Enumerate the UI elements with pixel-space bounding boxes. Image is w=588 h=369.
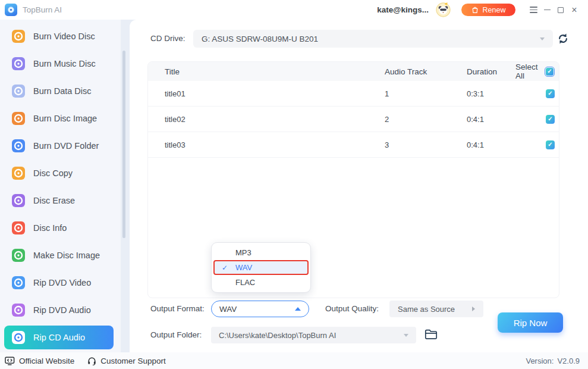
avatar[interactable] (436, 2, 451, 17)
sidebar-item-disc-info[interactable]: Disc Info (0, 214, 121, 242)
format-option-mp3[interactable]: MP3 (213, 245, 309, 260)
customer-support-link[interactable]: Customer Support (87, 357, 166, 365)
chevron-down-icon (404, 334, 408, 337)
sidebar-item-rip-dvd-video[interactable]: Rip DVD Video (0, 269, 121, 296)
output-format-label: Output Format: (150, 301, 205, 317)
table-row: title02 2 0:4:1 ✓ (148, 107, 559, 132)
version-label: Version: (526, 357, 554, 365)
app-window: TopBurn AI kate@kings... (0, 0, 588, 369)
sidebar-item-label: Burn DVD Folder (33, 141, 99, 151)
cell-title: title03 (148, 140, 385, 149)
sidebar-scrollbar[interactable] (122, 51, 125, 238)
rip-now-button[interactable]: Rip Now (498, 312, 563, 333)
rip-cd-audio-icon (12, 331, 25, 344)
row-checkbox[interactable]: ✓ (546, 89, 555, 98)
sidebar-item-burn-data-disc[interactable]: Burn Data Disc (0, 77, 121, 105)
sidebar-item-make-disc-image[interactable]: Make Disc Image (0, 242, 121, 269)
make-disc-image-icon (12, 249, 25, 262)
sidebar-item-label: Disc Info (33, 223, 67, 233)
sidebar-item-label: Make Disc Image (33, 251, 100, 260)
version-text: Version: V2.0.9 (526, 357, 580, 365)
sidebar-item-burn-video-disc[interactable]: Burn Video Disc (0, 23, 121, 50)
browse-folder-button[interactable] (425, 329, 438, 340)
table-row: title01 1 0:3:1 ✓ (148, 81, 559, 107)
version-value: V2.0.9 (557, 357, 580, 365)
row-checkbox[interactable]: ✓ (546, 140, 555, 149)
chevron-up-icon (295, 307, 301, 311)
statusbar: Official Website Customer Support Versio… (0, 352, 588, 369)
sidebar-item-label: Rip DVD Audio (33, 305, 91, 315)
output-folder-label: Output Folder: (150, 327, 202, 343)
sidebar-item-label: Burn Video Disc (33, 32, 95, 41)
column-duration: Duration (467, 67, 515, 76)
app-logo-icon (5, 4, 17, 16)
close-icon[interactable]: × (568, 4, 581, 17)
sidebar-item-label: Burn Data Disc (33, 86, 92, 96)
burn-disc-image-icon (12, 112, 25, 125)
output-quality-value: Same as Source (398, 305, 455, 314)
disc-copy-icon (12, 167, 25, 180)
sidebar-item-rip-cd-audio[interactable]: Rip CD Audio (4, 326, 114, 349)
refresh-button[interactable] (557, 33, 569, 45)
sidebar-item-rip-dvd-audio[interactable]: Rip DVD Audio (0, 296, 121, 324)
format-option-flac[interactable]: FLAC (213, 275, 309, 290)
folder-icon (425, 329, 438, 340)
table-header: Title Audio Track Duration Select All ✓ (148, 62, 559, 81)
maximize-icon[interactable] (554, 4, 567, 17)
output-quality-label: Output Quality: (325, 301, 379, 317)
official-website-label: Official Website (19, 357, 74, 365)
main-panel: CD Drive: G: ASUS SDRW-08U9M-U B201 Titl… (130, 20, 588, 352)
output-format-popup: MP3 ✓ WAV FLAC (211, 242, 311, 293)
format-option-label: FLAC (235, 278, 255, 287)
sidebar-item-burn-music-disc[interactable]: Burn Music Disc (0, 50, 121, 77)
app-title: TopBurn AI (23, 5, 62, 14)
burn-data-disc-icon (12, 85, 25, 98)
shopping-bag-icon (471, 6, 479, 14)
cell-duration: 0:4:1 (467, 115, 515, 124)
output-folder-select[interactable]: C:\Users\kate\Desktop\TopBurn AI (211, 327, 416, 343)
row-checkbox[interactable]: ✓ (546, 115, 555, 124)
renew-button[interactable]: Renew (461, 4, 515, 16)
sidebar-item-burn-disc-image[interactable]: Burn Disc Image (0, 105, 121, 132)
output-format-value: WAV (219, 305, 237, 314)
column-title: Title (148, 67, 385, 76)
cd-drive-select[interactable]: G: ASUS SDRW-08U9M-U B201 (193, 30, 553, 48)
cell-audio-track: 1 (385, 89, 467, 98)
format-option-label: MP3 (235, 248, 251, 257)
output-format-select[interactable]: WAV (211, 301, 309, 317)
menu-icon[interactable] (527, 4, 540, 17)
track-table: Title Audio Track Duration Select All ✓ … (147, 61, 559, 298)
output-quality-select[interactable]: Same as Source (389, 301, 483, 317)
sidebar-item-disc-copy[interactable]: Disc Copy (0, 160, 121, 187)
sidebar-item-label: Rip DVD Video (33, 278, 91, 287)
disc-info-icon (12, 221, 25, 234)
format-option-wav[interactable]: ✓ WAV (213, 260, 309, 275)
minimize-icon[interactable] (540, 4, 554, 17)
column-select-all: Select All (515, 62, 541, 80)
sidebar-item-label: Disc Erase (33, 196, 75, 205)
format-option-label: WAV (235, 263, 252, 272)
headset-icon (87, 357, 96, 365)
refresh-icon (557, 33, 569, 45)
sidebar-item-burn-dvd-folder[interactable]: Burn DVD Folder (0, 132, 121, 160)
select-all-checkbox[interactable]: ✓ (545, 67, 555, 77)
chevron-down-icon (540, 37, 545, 40)
output-folder-value: C:\Users\kate\Desktop\TopBurn AI (219, 331, 336, 340)
rip-dvd-audio-icon (12, 304, 25, 317)
official-website-link[interactable]: Official Website (5, 357, 74, 365)
burn-dvd-folder-icon (12, 139, 25, 152)
titlebar: TopBurn AI kate@kings... (0, 0, 588, 20)
cell-title: title02 (148, 115, 385, 124)
cell-duration: 0:4:1 (467, 140, 515, 149)
cd-drive-value: G: ASUS SDRW-08U9M-U B201 (202, 35, 318, 43)
sidebar-item-label: Rip CD Audio (33, 333, 85, 342)
renew-label: Renew (483, 6, 506, 14)
cell-audio-track: 2 (385, 115, 467, 124)
rip-dvd-video-icon (12, 276, 25, 289)
cell-audio-track: 3 (385, 140, 467, 149)
account-name[interactable]: kate@kings... (377, 5, 429, 14)
column-audio-track: Audio Track (385, 67, 467, 76)
sidebar: Burn Video Disc Burn Music Disc Burn Dat… (0, 20, 121, 352)
sidebar-item-label: Disc Copy (33, 168, 73, 178)
sidebar-item-disc-erase[interactable]: Disc Erase (0, 187, 121, 214)
